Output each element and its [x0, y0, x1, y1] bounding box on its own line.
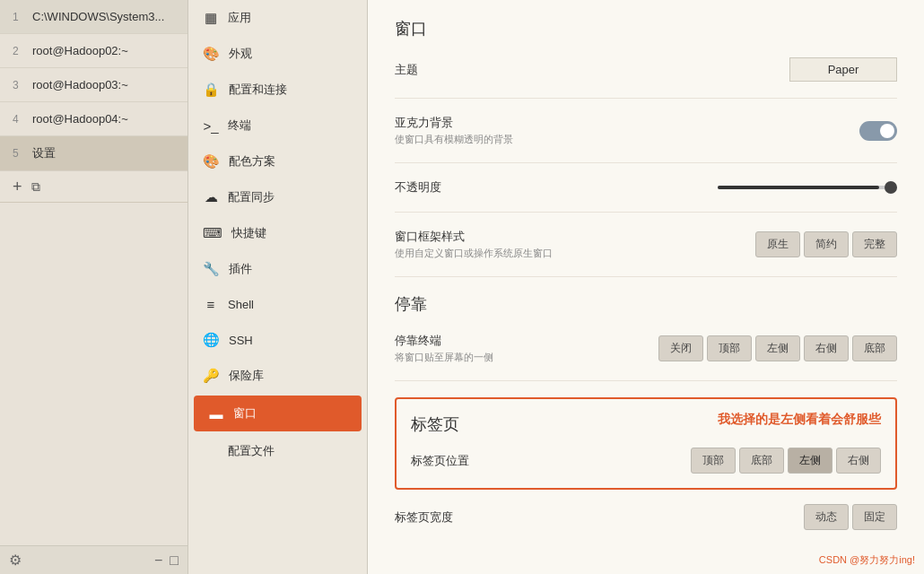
minimize-icon[interactable]: − [154, 552, 162, 569]
frame-label: 窗口框架样式 [395, 229, 755, 245]
dock-row: 停靠终端 将窗口贴至屏幕的一侧 关闭顶部左侧右侧底部 [395, 333, 897, 381]
tab-annotation: 我选择的是左侧看着会舒服些 [718, 412, 881, 428]
tab-pos-option-右侧[interactable]: 右侧 [836, 448, 881, 474]
tab-pos-row: 标签页位置 顶部底部左侧右侧 [411, 448, 881, 474]
tab-width-label: 标签页宽度 [395, 509, 804, 526]
tab-pos-option-顶部[interactable]: 顶部 [691, 448, 736, 474]
frame-option-完整[interactable]: 完整 [852, 231, 897, 257]
acrylic-row: 亚克力背景 使窗口具有模糊透明的背景 [395, 115, 897, 163]
settings-item-ssh[interactable]: 🌐SSH [188, 322, 367, 358]
settings-item-sync[interactable]: ☁配置同步 [188, 179, 367, 215]
gear-icon[interactable]: ⚙ [9, 552, 22, 569]
dock-option-左侧[interactable]: 左侧 [755, 335, 800, 361]
tab-width-row: 标签页宽度 动态固定 [395, 504, 897, 546]
tab-width-options: 动态固定 [804, 504, 897, 530]
opacity-label: 不透明度 [395, 179, 718, 196]
settings-item-window[interactable]: ▬窗口 [194, 396, 362, 431]
theme-label: 主题 [395, 62, 789, 78]
settings-item-color[interactable]: 🎨配色方案 [188, 144, 367, 179]
dock-option-底部[interactable]: 底部 [852, 335, 897, 361]
settings-item-vault[interactable]: 🔑保险库 [188, 358, 367, 394]
opacity-row: 不透明度 [395, 179, 897, 213]
settings-item-shortcut[interactable]: ⌨快捷键 [188, 215, 367, 251]
clone-tab-button[interactable]: ⧉ [31, 179, 40, 195]
frame-option-简约[interactable]: 简约 [804, 231, 849, 257]
acrylic-label: 亚克力背景 [395, 115, 859, 131]
frame-options: 原生简约完整 [755, 231, 897, 257]
acrylic-desc: 使窗口具有模糊透明的背景 [395, 133, 859, 146]
settings-item-plugin[interactable]: 🔧插件 [188, 251, 367, 287]
acrylic-toggle[interactable] [859, 121, 897, 141]
tab-actions: + ⧉ [0, 171, 187, 203]
section-dock-title: 停靠 [395, 293, 897, 315]
settings-item-terminal[interactable]: >_终端 [188, 108, 367, 144]
settings-item-conn[interactable]: 🔒配置和连接 [188, 72, 367, 108]
main-content: 窗口 主题 Paper 亚克力背景 使窗口具有模糊透明的背景 不透明度 [368, 0, 924, 574]
frame-desc: 使用自定义窗口或操作系统原生窗口 [395, 247, 755, 260]
theme-row: 主题 Paper [395, 57, 897, 99]
tab-item-5[interactable]: 5设置 [0, 136, 187, 171]
tab-sidebar: 1C:\WINDOWS\System3...2root@Hadoop02:~3r… [0, 0, 188, 574]
dock-option-关闭[interactable]: 关闭 [658, 335, 703, 361]
tab-item-4[interactable]: 4root@Hadoop04:~ [0, 102, 187, 136]
frame-row: 窗口框架样式 使用自定义窗口或操作系统原生窗口 原生简约完整 [395, 229, 897, 277]
add-tab-button[interactable]: + [13, 178, 22, 195]
settings-item-config[interactable]: 配置文件 [188, 433, 367, 469]
tab-width-option-固定[interactable]: 固定 [852, 504, 897, 530]
dock-option-顶部[interactable]: 顶部 [707, 335, 752, 361]
frame-option-原生[interactable]: 原生 [755, 231, 800, 257]
bottom-bar: ⚙ − □ [0, 545, 187, 574]
tab-item-3[interactable]: 3root@Hadoop03:~ [0, 68, 187, 102]
settings-item-appearance[interactable]: 🎨外观 [188, 36, 367, 72]
dock-desc: 将窗口贴至屏幕的一侧 [395, 351, 658, 364]
watermark: CSDN @努力努力ing! [819, 553, 915, 567]
settings-item-app[interactable]: ▦应用 [188, 0, 367, 36]
tab-width-option-动态[interactable]: 动态 [804, 504, 849, 530]
tab-item-1[interactable]: 1C:\WINDOWS\System3... [0, 0, 187, 34]
dock-options: 关闭顶部左侧右侧底部 [658, 335, 897, 361]
settings-sidebar: ▦应用🎨外观🔒配置和连接>_终端🎨配色方案☁配置同步⌨快捷键🔧插件≡Shell🌐… [188, 0, 368, 574]
section-window-title: 窗口 [395, 18, 897, 39]
settings-item-shell[interactable]: ≡Shell [188, 287, 367, 322]
maximize-icon[interactable]: □ [170, 552, 179, 569]
tab-pos-label: 标签页位置 [411, 453, 691, 469]
tab-pos-options: 顶部底部左侧右侧 [691, 448, 881, 474]
tab-pos-option-底部[interactable]: 底部 [739, 448, 784, 474]
dock-label: 停靠终端 [395, 333, 658, 349]
theme-value[interactable]: Paper [789, 57, 897, 82]
dock-option-右侧[interactable]: 右侧 [804, 335, 849, 361]
tab-pos-option-左侧[interactable]: 左侧 [788, 448, 832, 474]
tab-item-2[interactable]: 2root@Hadoop02:~ [0, 34, 187, 68]
opacity-slider[interactable] [718, 186, 897, 189]
tab-section-highlight: 标签页 我选择的是左侧看着会舒服些 标签页位置 顶部底部左侧右侧 [395, 397, 897, 490]
